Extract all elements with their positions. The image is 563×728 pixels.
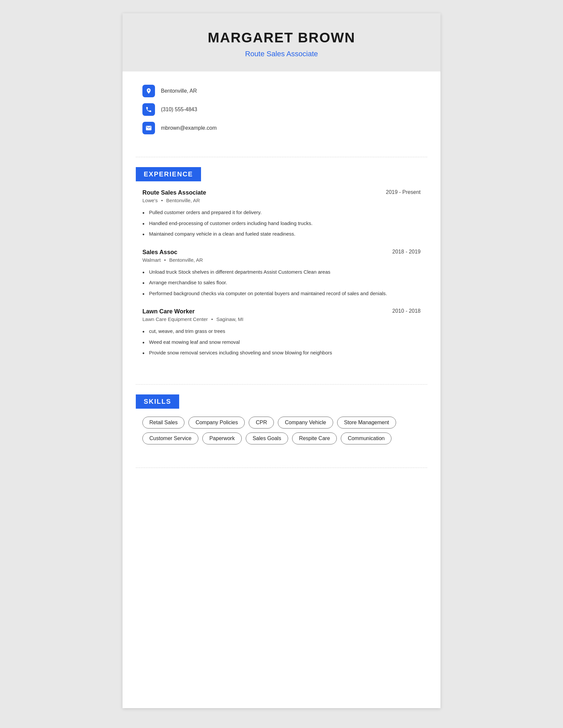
- skill-paperwork: Paperwork: [202, 432, 241, 444]
- divider-1: [136, 157, 427, 157]
- bullet-3-1: cut, weave, and trim grass or trees: [142, 326, 421, 337]
- skill-store-management: Store Management: [337, 417, 396, 429]
- job-dates-1: 2019 - Present: [386, 189, 421, 195]
- phone-text: (310) 555-4843: [161, 107, 197, 113]
- bullet-2-3: Performed background checks via computer…: [142, 288, 421, 299]
- job-title-3: Lawn Care Worker: [142, 308, 195, 315]
- job-title-1: Route Sales Associate: [142, 189, 206, 196]
- contact-phone: (310) 555-4843: [142, 103, 421, 116]
- bullet-1-1: Pulled customer orders and prepared it f…: [142, 207, 421, 218]
- job-bullets-2: Unload truck Stock shelves in different …: [142, 267, 421, 299]
- email-text: mbrown@example.com: [161, 125, 216, 131]
- divider-2: [136, 384, 427, 385]
- candidate-name: MARGARET BROWN: [136, 30, 427, 46]
- experience-section: EXPERIENCE Route Sales Associate 2019 - …: [122, 164, 441, 378]
- skills-header: SKILLS: [136, 394, 179, 409]
- job-entry-2: Sales Assoc 2018 - 2019 Walmart • Benton…: [122, 249, 441, 308]
- job-header-1: Route Sales Associate 2019 - Present: [142, 189, 421, 196]
- bullet-2-1: Unload truck Stock shelves in different …: [142, 267, 421, 278]
- company-location-3: Saginaw, MI: [216, 316, 243, 322]
- job-bullets-3: cut, weave, and trim grass or trees Weed…: [142, 326, 421, 358]
- company-name-1: Lowe's: [142, 198, 158, 203]
- skill-company-policies: Company Policies: [188, 417, 245, 429]
- skill-communication: Communication: [341, 432, 392, 444]
- job-company-3: Lawn Care Equipment Center • Saginaw, MI: [142, 316, 421, 322]
- bullet-2-2: Arrange merchandise to sales floor.: [142, 277, 421, 288]
- bullet-1-2: Handled end-processing of customer order…: [142, 218, 421, 229]
- job-company-1: Lowe's • Bentonville, AR: [142, 198, 421, 203]
- job-entry-3: Lawn Care Worker 2010 - 2018 Lawn Care E…: [122, 308, 441, 368]
- skills-grid: Retail Sales Company Policies CPR Compan…: [122, 417, 441, 444]
- skill-respite-care: Respite Care: [292, 432, 337, 444]
- job-entry-1: Route Sales Associate 2019 - Present Low…: [122, 189, 441, 249]
- contact-location: Bentonville, AR: [142, 85, 421, 97]
- company-location-2: Bentonville, AR: [169, 257, 203, 263]
- skills-section: SKILLS Retail Sales Company Policies CPR…: [122, 391, 441, 461]
- bullet-1-3: Maintained company vehicle in a clean an…: [142, 229, 421, 240]
- location-text: Bentonville, AR: [161, 88, 197, 94]
- header-section: MARGARET BROWN Route Sales Associate: [122, 13, 441, 71]
- phone-icon: [142, 103, 155, 116]
- candidate-title: Route Sales Associate: [136, 50, 427, 58]
- company-location-1: Bentonville, AR: [166, 198, 200, 203]
- skill-customer-service: Customer Service: [142, 432, 198, 444]
- skill-sales-goals: Sales Goals: [246, 432, 288, 444]
- email-icon: [142, 122, 155, 134]
- resume-container: MARGARET BROWN Route Sales Associate Ben…: [122, 13, 441, 708]
- bullet-3-2: Weed eat mowing leaf and snow removal: [142, 337, 421, 348]
- company-name-3: Lawn Care Equipment Center: [142, 316, 208, 322]
- job-bullets-1: Pulled customer orders and prepared it f…: [142, 207, 421, 240]
- job-dates-3: 2010 - 2018: [393, 308, 421, 314]
- bullet-3-3: Provide snow removal services including …: [142, 347, 421, 358]
- contact-section: Bentonville, AR (310) 555-4843 mbrown@ex…: [122, 71, 441, 150]
- job-title-2: Sales Assoc: [142, 249, 177, 256]
- contact-email: mbrown@example.com: [142, 122, 421, 134]
- job-header-3: Lawn Care Worker 2010 - 2018: [142, 308, 421, 315]
- divider-3: [136, 468, 427, 468]
- experience-header: EXPERIENCE: [136, 167, 201, 181]
- job-dates-2: 2018 - 2019: [393, 249, 421, 255]
- job-company-2: Walmart • Bentonville, AR: [142, 257, 421, 263]
- job-header-2: Sales Assoc 2018 - 2019: [142, 249, 421, 256]
- skill-cpr: CPR: [249, 417, 274, 429]
- skill-company-vehicle: Company Vehicle: [278, 417, 333, 429]
- location-icon: [142, 85, 155, 97]
- skill-retail-sales: Retail Sales: [142, 417, 184, 429]
- company-name-2: Walmart: [142, 257, 161, 263]
